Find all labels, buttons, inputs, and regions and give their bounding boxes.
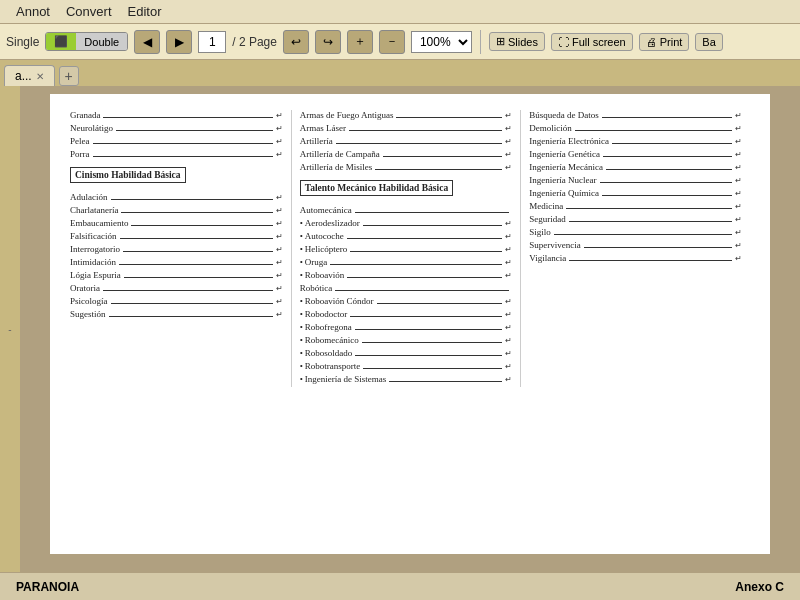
list-item: Supervivencia↵ bbox=[529, 240, 742, 250]
list-item: Oratoria↵ bbox=[70, 283, 283, 293]
list-item: •Ingeniería de Sistemas↵ bbox=[300, 374, 513, 384]
list-item: Granada ↵ bbox=[70, 110, 283, 120]
column-2: Armas de Fuego Antiguas↵ Armas Láser↵ Ar… bbox=[292, 110, 522, 387]
fullscreen-button[interactable]: ⛶ Full screen bbox=[551, 33, 633, 51]
skill-name: Neurolátigo bbox=[70, 123, 113, 133]
fullscreen-icon: ⛶ bbox=[558, 36, 569, 48]
zoom-select[interactable]: 100% 75% 150% bbox=[411, 31, 472, 53]
menu-annot[interactable]: Annot bbox=[8, 2, 58, 21]
list-item: Ingeniería Mecánica↵ bbox=[529, 162, 742, 172]
skill-line bbox=[93, 143, 273, 144]
page-container: Granada ↵ Neurolátigo ↵ Pelea ↵ bbox=[20, 86, 800, 572]
skill-line bbox=[103, 117, 272, 118]
list-item: Seguridad↵ bbox=[529, 214, 742, 224]
list-item: Adulación↵ bbox=[70, 192, 283, 202]
list-item: Embaucamiento↵ bbox=[70, 218, 283, 228]
menu-bar: Annot Convert Editor bbox=[0, 0, 800, 24]
list-item: •Robomecánico↵ bbox=[300, 335, 513, 345]
section-header-cinismo: Cinismo Habilidad Básica bbox=[70, 167, 186, 183]
list-item: •Roboavión↵ bbox=[300, 270, 513, 280]
list-item: Búsqueda de Datos↵ bbox=[529, 110, 742, 120]
tab-bar: a... ✕ + bbox=[0, 60, 800, 86]
list-item: Armas de Fuego Antiguas↵ bbox=[300, 110, 513, 120]
left-sidebar: - bbox=[0, 86, 20, 572]
columns: Granada ↵ Neurolátigo ↵ Pelea ↵ bbox=[70, 110, 750, 387]
single-label: Single bbox=[6, 35, 39, 49]
list-item: Falsificación↵ bbox=[70, 231, 283, 241]
view-toggle[interactable]: ⬛ Double bbox=[45, 32, 128, 51]
tab-close-button[interactable]: ✕ bbox=[36, 71, 44, 82]
list-item: Pelea ↵ bbox=[70, 136, 283, 146]
print-icon: 🖨 bbox=[646, 36, 657, 48]
list-item: Ingeniería Nuclear↵ bbox=[529, 175, 742, 185]
list-item: Charlatanería↵ bbox=[70, 205, 283, 215]
list-item: Sigilo↵ bbox=[529, 227, 742, 237]
list-item: Intimidación↵ bbox=[70, 257, 283, 267]
slides-button[interactable]: ⊞ Slides bbox=[489, 32, 545, 51]
list-item: •Autocoche↵ bbox=[300, 231, 513, 241]
prev-page-button[interactable]: ◀ bbox=[134, 30, 160, 54]
list-item: Demolición↵ bbox=[529, 123, 742, 133]
list-item: •Robotransporte↵ bbox=[300, 361, 513, 371]
document-tab[interactable]: a... ✕ bbox=[4, 65, 55, 86]
list-item: Artillería de Campaña↵ bbox=[300, 149, 513, 159]
skill-name: Granada bbox=[70, 110, 100, 120]
section-header-mecanico: Talento Mecánico Habilidad Básica bbox=[300, 180, 453, 196]
content-area: - Granada ↵ Neurolátigo ↵ bbox=[0, 86, 800, 572]
list-item: •Robodoctor↵ bbox=[300, 309, 513, 319]
page-total: / 2 Page bbox=[232, 35, 277, 49]
toolbar: Single ⬛ Double ◀ ▶ 1 / 2 Page ↩ ↪ ＋ － 1… bbox=[0, 24, 800, 60]
list-item: •Oruga↵ bbox=[300, 257, 513, 267]
footer-bar: PARANOIA Anexo C bbox=[0, 572, 800, 600]
list-item: Ingeniería Electrónica↵ bbox=[529, 136, 742, 146]
list-item: Neurolátigo ↵ bbox=[70, 123, 283, 133]
page-number-input[interactable]: 1 bbox=[198, 31, 226, 53]
list-item: Sugestión↵ bbox=[70, 309, 283, 319]
skill-name: Porra bbox=[70, 149, 90, 159]
list-item: •Robofregona↵ bbox=[300, 322, 513, 332]
print-button[interactable]: 🖨 Print bbox=[639, 33, 690, 51]
menu-editor[interactable]: Editor bbox=[120, 2, 170, 21]
tab-label: a... bbox=[15, 69, 32, 83]
document-page: Granada ↵ Neurolátigo ↵ Pelea ↵ bbox=[50, 94, 770, 554]
list-item: Lógia Espuria↵ bbox=[70, 270, 283, 280]
zoom-out-button[interactable]: － bbox=[379, 30, 405, 54]
skill-name: Pelea bbox=[70, 136, 90, 146]
next-page-button[interactable]: ▶ bbox=[166, 30, 192, 54]
list-item: •Helicóptero↵ bbox=[300, 244, 513, 254]
zoom-in-button[interactable]: ＋ bbox=[347, 30, 373, 54]
list-item: •Robosoldado↵ bbox=[300, 348, 513, 358]
ba-button[interactable]: Ba bbox=[695, 33, 722, 51]
list-item: Robótica bbox=[300, 283, 513, 293]
forward-button[interactable]: ↪ bbox=[315, 30, 341, 54]
list-item: Artillería↵ bbox=[300, 136, 513, 146]
list-item: Artillería de Misiles↵ bbox=[300, 162, 513, 172]
list-item: Ingeniería Química↵ bbox=[529, 188, 742, 198]
skill-line bbox=[93, 156, 273, 157]
sidebar-marker: - bbox=[8, 324, 11, 335]
column-1: Granada ↵ Neurolátigo ↵ Pelea ↵ bbox=[70, 110, 292, 387]
list-item: Automecánica bbox=[300, 205, 513, 215]
list-item: Ingeniería Genética↵ bbox=[529, 149, 742, 159]
footer-right: Anexo C bbox=[735, 580, 784, 594]
list-item: Porra ↵ bbox=[70, 149, 283, 159]
footer-left: PARANOIA bbox=[16, 580, 79, 594]
list-item: •Aerodeslizador↵ bbox=[300, 218, 513, 228]
list-item: Vigilancia↵ bbox=[529, 253, 742, 263]
list-item: Medicina↵ bbox=[529, 201, 742, 211]
toggle-single[interactable]: ⬛ bbox=[46, 33, 76, 50]
toggle-double[interactable]: Double bbox=[76, 33, 127, 50]
toolbar-separator bbox=[480, 30, 481, 54]
skill-line bbox=[116, 130, 273, 131]
list-item: Psicología↵ bbox=[70, 296, 283, 306]
add-tab-button[interactable]: + bbox=[59, 66, 79, 86]
column-3: Búsqueda de Datos↵ Demolición↵ Ingenierí… bbox=[521, 110, 750, 387]
list-item: Armas Láser↵ bbox=[300, 123, 513, 133]
back-button[interactable]: ↩ bbox=[283, 30, 309, 54]
menu-convert[interactable]: Convert bbox=[58, 2, 120, 21]
list-item: Interrogatorio↵ bbox=[70, 244, 283, 254]
slides-icon: ⊞ bbox=[496, 35, 505, 48]
list-item: •Roboavión Cóndor↵ bbox=[300, 296, 513, 306]
